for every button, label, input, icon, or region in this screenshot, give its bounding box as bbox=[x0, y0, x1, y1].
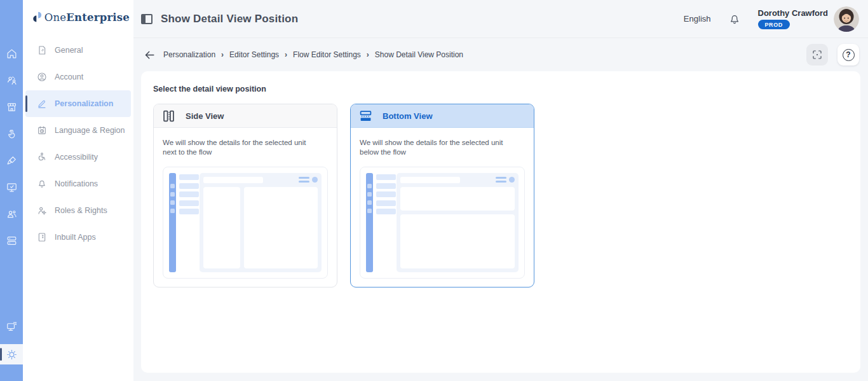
preview-rail-square bbox=[367, 192, 372, 197]
app-root: OneEnterprise General Account Personaliz… bbox=[0, 0, 868, 381]
user-meta: Dorothy Crawford PROD bbox=[758, 8, 829, 29]
page-title-group: Show Detail View Position bbox=[141, 13, 298, 25]
preview-rail bbox=[366, 173, 373, 272]
home-icon[interactable] bbox=[0, 40, 23, 67]
preview-rail-square bbox=[170, 192, 175, 197]
preview-user-avatar bbox=[509, 177, 515, 183]
option-card-side-view[interactable]: Side View We will show the details for t… bbox=[153, 104, 337, 287]
community-icon[interactable] bbox=[0, 67, 23, 94]
detail-panel-icon bbox=[141, 14, 153, 24]
sidebar-item-personalization[interactable]: Personalization bbox=[25, 90, 131, 117]
preview-menu-bar bbox=[179, 200, 199, 206]
breadcrumb-actions: ? bbox=[806, 44, 859, 66]
sidebar-item-label: Account bbox=[55, 73, 83, 81]
brand-logo: OneEnterprise bbox=[23, 0, 133, 37]
preview-search-bar bbox=[400, 177, 460, 183]
settings-sidebar: OneEnterprise General Account Personaliz… bbox=[23, 0, 133, 381]
brand-logo-icon bbox=[32, 8, 44, 26]
app-monitor-icon[interactable] bbox=[0, 314, 23, 339]
preview-menu-bar bbox=[179, 209, 199, 214]
preview-user-avatar bbox=[312, 177, 318, 183]
brush-icon[interactable] bbox=[0, 147, 23, 174]
fullscreen-icon bbox=[811, 49, 823, 60]
sidebar-item-inbuilt-apps[interactable]: Inbuilt Apps bbox=[25, 224, 131, 251]
preview-detail-panel bbox=[203, 187, 240, 268]
bell-outline-icon bbox=[37, 179, 47, 189]
rail-nav-group bbox=[0, 40, 23, 254]
help-icon: ? bbox=[843, 49, 855, 61]
preview-search-bar bbox=[203, 177, 263, 183]
preview-main-area bbox=[200, 173, 322, 272]
server-icon[interactable] bbox=[0, 227, 23, 254]
sidebar-item-label: Inbuilt Apps bbox=[55, 233, 96, 242]
preview-detail-panel bbox=[400, 187, 515, 211]
preview-menu-bar bbox=[376, 183, 396, 189]
sidebar-item-account[interactable]: Account bbox=[25, 64, 131, 90]
breadcrumb-item[interactable]: Editor Settings bbox=[229, 50, 293, 59]
preview-menu-bar bbox=[376, 191, 396, 197]
fullscreen-button[interactable] bbox=[806, 44, 828, 66]
store-icon[interactable] bbox=[0, 94, 23, 120]
preview-rail-square bbox=[367, 209, 372, 213]
header-actions: English Dorothy Crawford PROD bbox=[684, 6, 859, 32]
rail-spacer bbox=[0, 254, 23, 314]
breadcrumb-item-current: Show Detail View Position bbox=[375, 50, 463, 59]
sidebar-item-label: Roles & Rights bbox=[55, 206, 107, 215]
bottom-view-preview bbox=[360, 167, 525, 279]
settings-gear-icon[interactable] bbox=[0, 344, 23, 364]
breadcrumb: Personalization Editor Settings Flow Edi… bbox=[163, 50, 463, 59]
user-name: Dorothy Crawford bbox=[758, 8, 829, 18]
option-title: Side View bbox=[186, 111, 224, 121]
bottom-view-icon bbox=[359, 109, 372, 123]
option-description-line: below the flow bbox=[360, 148, 525, 157]
preview-rail-square bbox=[367, 184, 372, 188]
language-selector[interactable]: English bbox=[684, 14, 711, 24]
preview-rail-square bbox=[170, 200, 175, 205]
sidebar-item-notifications[interactable]: Notifications bbox=[25, 170, 131, 197]
touch-icon[interactable] bbox=[0, 120, 23, 147]
preview-flow-panel bbox=[400, 214, 515, 268]
sidebar-item-roles-rights[interactable]: Roles & Rights bbox=[25, 197, 131, 224]
calendar-clock-icon bbox=[37, 125, 47, 135]
breadcrumb-item[interactable]: Flow Editor Settings bbox=[293, 50, 375, 59]
notifications-bell-icon[interactable] bbox=[728, 13, 741, 25]
preview-sidebar bbox=[373, 173, 397, 272]
user-roles-icon bbox=[37, 205, 47, 216]
sidebar-item-language-region[interactable]: Language & Region bbox=[25, 117, 131, 144]
sidebar-item-label: Accessibility bbox=[55, 153, 98, 162]
monitor-check-icon[interactable] bbox=[0, 174, 23, 200]
option-card-bottom-view[interactable]: Bottom View We will show the details for… bbox=[350, 104, 534, 287]
option-description: We will show the details for the selecte… bbox=[154, 128, 337, 167]
sidebar-item-accessibility[interactable]: Accessibility bbox=[25, 144, 131, 170]
option-title: Bottom View bbox=[383, 111, 433, 121]
page-title: Show Detail View Position bbox=[161, 13, 298, 25]
sidebar-item-label: General bbox=[55, 46, 83, 55]
option-description: We will show the details for the selecte… bbox=[351, 128, 534, 167]
section-heading: Select the detail view position bbox=[153, 85, 860, 94]
preview-user-block bbox=[496, 177, 515, 183]
sidebar-item-general[interactable]: General bbox=[25, 37, 131, 64]
preview-rail-square bbox=[170, 209, 175, 213]
preview-body bbox=[203, 187, 318, 268]
user-group-icon[interactable] bbox=[0, 200, 23, 227]
top-header: Show Detail View Position English Doroth… bbox=[133, 0, 868, 38]
preview-menu-bar bbox=[376, 200, 396, 206]
preview-user-lines bbox=[496, 177, 506, 183]
user-circle-icon bbox=[37, 72, 47, 82]
preview-menu-bar bbox=[179, 174, 199, 180]
user-menu[interactable]: Dorothy Crawford PROD bbox=[758, 6, 860, 32]
environment-badge: PROD bbox=[758, 20, 790, 29]
help-button[interactable]: ? bbox=[837, 44, 859, 66]
option-description-line: We will show the details for the selecte… bbox=[163, 138, 328, 148]
back-arrow-icon[interactable] bbox=[144, 49, 156, 61]
wheelchair-icon bbox=[37, 152, 47, 162]
sidebar-menu: General Account Personalization Language… bbox=[23, 37, 133, 251]
breadcrumb-row: Personalization Editor Settings Flow Edi… bbox=[133, 38, 868, 71]
pencil-icon bbox=[37, 99, 47, 109]
sidebar-item-label: Language & Region bbox=[55, 126, 125, 135]
side-view-preview bbox=[163, 167, 328, 279]
avatar[interactable] bbox=[834, 6, 859, 32]
breadcrumb-item[interactable]: Personalization bbox=[163, 50, 229, 59]
content-panel: Select the detail view position Side Vie… bbox=[141, 71, 860, 373]
option-description-line: next to the flow bbox=[163, 148, 328, 157]
